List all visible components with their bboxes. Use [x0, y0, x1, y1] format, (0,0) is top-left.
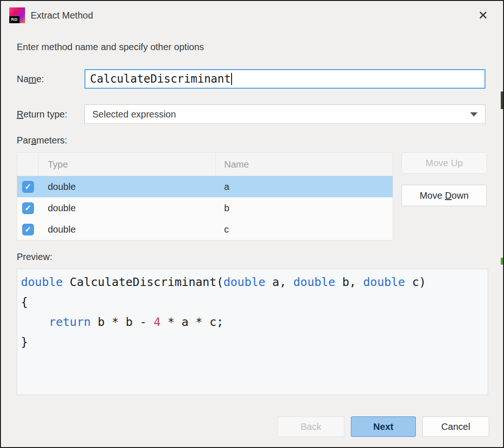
method-name-input[interactable]: CalculateDiscriminant	[84, 69, 485, 89]
preview-panel: double CalculateDiscriminant(double a, d…	[17, 269, 488, 395]
cancel-button[interactable]: Cancel	[422, 416, 489, 437]
check-icon: ✓	[25, 204, 31, 212]
return-type-value: Selected expression	[92, 109, 176, 120]
column-header-checkbox	[17, 153, 39, 176]
code-line-3: return b * b - 4 * a * c;	[21, 312, 488, 332]
code-line-2: {	[21, 292, 488, 312]
extract-method-dialog: RD Extract Method ✕ Enter method name an…	[0, 0, 504, 448]
code-line-4: }	[21, 332, 488, 352]
text-caret	[231, 73, 232, 85]
checkbox-cell: ✓	[17, 197, 39, 219]
name-label: Name:	[17, 74, 84, 84]
dialog-subtitle: Enter method name and specify other opti…	[17, 42, 503, 52]
parameters-area: Type Name ✓ double a ✓ double b ✓	[17, 152, 503, 240]
checkbox-cell: ✓	[17, 176, 39, 197]
dialog-footer: Back Next Cancel	[1, 416, 489, 437]
table-header: Type Name	[17, 153, 393, 176]
checkbox-cell: ✓	[17, 219, 39, 240]
param-checkbox[interactable]: ✓	[22, 202, 34, 214]
column-header-type: Type	[39, 153, 216, 176]
code-token: a,	[265, 275, 293, 289]
preview-code: double CalculateDiscriminant(double a, d…	[21, 272, 488, 352]
return-type-select[interactable]: Selected expression	[84, 104, 485, 124]
return-type-row: Return type: Selected expression	[17, 104, 485, 124]
move-up-button[interactable]: Move Up	[401, 152, 487, 174]
move-down-post: own	[452, 190, 469, 201]
param-type: double	[39, 176, 216, 197]
param-name: b	[216, 197, 393, 219]
move-down-button[interactable]: Move Down	[401, 185, 487, 206]
title-bar: RD Extract Method ✕	[1, 1, 503, 30]
close-icon: ✕	[478, 8, 488, 23]
keyword-token: double	[293, 275, 335, 289]
code-token: c)	[405, 275, 426, 289]
next-button[interactable]: Next	[351, 416, 416, 437]
parameters-table: Type Name ✓ double a ✓ double b ✓	[17, 152, 393, 240]
check-icon: ✓	[25, 226, 31, 234]
param-checkbox[interactable]: ✓	[22, 181, 34, 193]
error-stripe-mark-dark	[501, 91, 503, 109]
check-icon: ✓	[25, 183, 31, 191]
number-token: 4	[154, 315, 161, 329]
rider-logo-icon: RD	[9, 7, 25, 23]
back-button[interactable]: Back	[278, 416, 344, 437]
parameters-label-post: meters:	[36, 135, 67, 145]
code-line-1: double CalculateDiscriminant(double a, d…	[21, 272, 488, 292]
param-type: double	[39, 197, 216, 219]
preview-label: Preview:	[17, 252, 503, 262]
rider-logo-text: RD	[9, 16, 19, 23]
name-row: Name: CalculateDiscriminant	[17, 69, 485, 89]
keyword-token: double	[21, 275, 63, 289]
keyword-token: double	[363, 275, 405, 289]
reorder-buttons: Move Up Move Down	[401, 152, 487, 206]
code-token: CalculateDiscriminant(	[63, 275, 223, 289]
code-token: }	[21, 335, 28, 349]
code-token: b,	[335, 275, 363, 289]
parameters-label-pre: Par	[17, 135, 31, 145]
column-header-name: Name	[216, 153, 393, 176]
move-down-mnemonic: D	[445, 190, 452, 201]
keyword-token: double	[224, 275, 265, 289]
param-checkbox[interactable]: ✓	[22, 224, 34, 235]
code-token	[21, 315, 49, 329]
code-token: * a * c;	[161, 315, 223, 329]
param-type: double	[39, 219, 216, 240]
table-row-b[interactable]: ✓ double b	[17, 197, 393, 219]
code-token: {	[21, 295, 28, 309]
parameters-label: Parameters:	[17, 135, 503, 146]
param-name: a	[216, 176, 393, 197]
move-down-pre: Move	[420, 190, 445, 201]
chevron-down-icon	[470, 112, 478, 117]
close-button[interactable]: ✕	[474, 6, 492, 24]
dialog-title: Extract Method	[31, 10, 93, 21]
table-row-a[interactable]: ✓ double a	[17, 176, 393, 197]
name-label-mnemonic: m	[29, 74, 37, 84]
param-name: c	[216, 219, 393, 240]
parameters-label-mnemonic: a	[31, 135, 36, 145]
name-label-pre: Na	[17, 74, 29, 84]
method-name-value: CalculateDiscriminant	[90, 72, 231, 85]
keyword-token: return	[49, 315, 90, 329]
return-type-label-mnemonic: R	[17, 109, 23, 119]
table-row-c[interactable]: ✓ double c	[17, 219, 393, 240]
error-stripe-mark-green	[501, 258, 503, 265]
name-label-post: e:	[36, 74, 44, 84]
return-type-label: Return type:	[17, 109, 84, 120]
code-token: b * b -	[91, 315, 154, 329]
return-type-label-post: eturn type:	[23, 109, 67, 119]
